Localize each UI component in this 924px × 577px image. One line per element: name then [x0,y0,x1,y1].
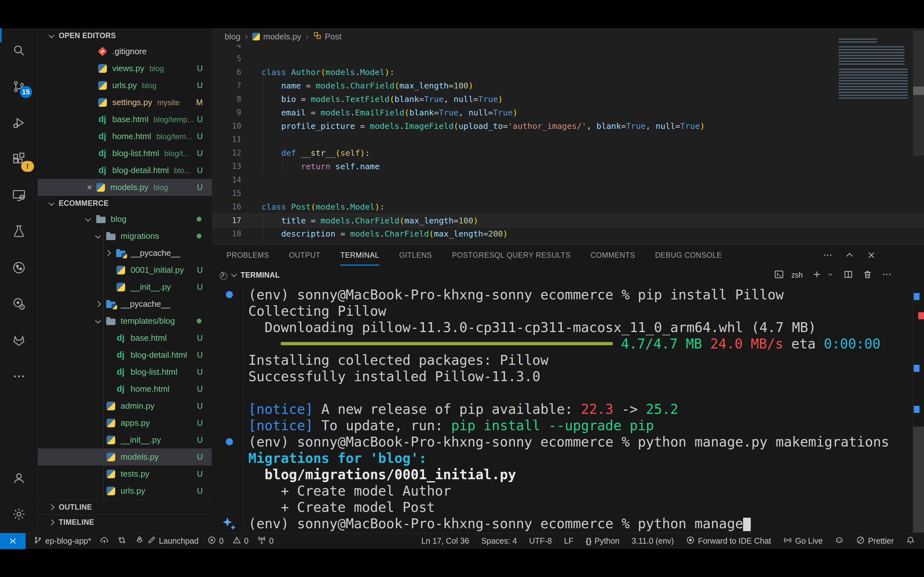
tree-item-apps.py[interactable]: apps.pyU [38,414,212,432]
terminal-more-icon[interactable] [882,269,892,281]
minimap[interactable] [837,31,913,245]
panel-tab-comments[interactable]: COMMENTS [591,246,635,266]
code-line-17[interactable]: 17 title = models.CharField(max_length=1… [212,213,924,227]
status-item-lf[interactable]: LF [564,536,573,546]
tree-item-0001_initial.py[interactable]: 0001_initial.pyU [38,261,212,279]
status-item-0[interactable]: 0 [232,536,249,546]
activity-item-more-icon[interactable] [0,359,38,395]
status-item-forward-to-ide-chat[interactable]: Forward to IDE Chat [686,536,771,546]
activity-item-gitlens-icon[interactable] [0,286,38,322]
status-item-ln-17-col-36[interactable]: Ln 17, Col 36 [421,536,469,546]
status-item-go-live[interactable]: Go Live [783,536,822,546]
tree-item-__pycache__[interactable]: __pycache__ [38,245,212,261]
breadcrumb-Post[interactable]: Post [313,31,341,42]
more-actions-icon[interactable] [822,250,833,261]
status-item-ep-blog-app-[interactable]: ep-blog-app* [33,536,91,546]
open-editor-home.html[interactable]: djhome.htmlblog/tem...U [38,128,212,145]
code-line-16[interactable]: 16class Post(models.Model): [212,200,924,213]
terminal-sparkle-icon[interactable] [221,516,237,532]
status-item-utf-8[interactable]: UTF-8 [529,536,552,546]
panel-tab-terminal[interactable]: TERMINAL [341,246,379,266]
code-line-4[interactable]: 4 [212,45,924,52]
code-line-11[interactable]: 11 [212,133,924,146]
status-item-copilot[interactable] [835,536,844,546]
tree-item-migrations[interactable]: migrations [38,227,212,245]
activity-item-gitlab-icon[interactable] [0,322,38,359]
status-item-compare[interactable] [118,536,126,546]
split-terminal-icon[interactable] [843,269,853,281]
shell-label[interactable]: zsh [791,271,803,279]
tree-item-tests.py[interactable]: tests.pyU [38,466,212,482]
activity-item-accounts-icon[interactable] [0,460,38,496]
code-line-8[interactable]: 8 bio = models.TextField(blank=True, nul… [212,92,924,106]
breadcrumb-models.py[interactable]: models.py [252,32,301,42]
status-item-launchpad[interactable]: Launchpad [135,536,199,546]
panel-tab-problems[interactable]: PROBLEMS [226,246,269,266]
timeline-section[interactable]: TIMELINE [38,514,212,530]
close-panel-icon[interactable] [866,250,877,261]
explorer-header[interactable]: ECOMMERCE [38,196,212,211]
activity-item-settings-icon[interactable] [0,496,38,533]
tree-item-blog[interactable]: blog [38,211,212,227]
code-line-18[interactable]: 18 description = models.CharField(max_le… [212,227,924,240]
code-line-9[interactable]: 9 email = models.EmailField(blank=True, … [212,106,924,119]
breadcrumb-blog[interactable]: blog [225,32,240,42]
code-line-12[interactable]: 12 def __str__(self): [212,146,924,160]
status-item-3-11-0-env-[interactable]: 3.11.0 (env) [632,536,674,546]
code-line-14[interactable]: 14 [212,173,924,187]
outline-section[interactable]: OUTLINE [38,500,212,514]
tree-item-__pycache__[interactable]: __pycache__ [38,295,212,313]
activity-item-source-control-icon[interactable]: 15 [0,69,38,105]
tree-item-__init__.py[interactable]: __init__.pyU [38,279,212,295]
activity-item-testing-icon[interactable] [0,214,38,250]
activity-item-search-icon[interactable] [0,33,38,69]
tree-item-templates/blog[interactable]: templates/blog [38,313,212,330]
open-editors-header[interactable]: OPEN EDITORS [38,28,212,43]
terminal-scrollbar-handle[interactable] [913,427,924,532]
tree-item-home.html[interactable]: djhome.htmlU [38,380,212,398]
open-editor-settings.py[interactable]: settings.pymysiteM [38,94,212,111]
code-line-6[interactable]: 6class Author(models.Model): [212,65,924,79]
open-editor-views.py[interactable]: views.pyblogU [38,60,212,77]
status-item-spaces-4[interactable]: Spaces: 4 [481,536,517,546]
panel-tab-postgresql-query-results[interactable]: POSTGRESQL QUERY RESULTS [452,246,571,266]
activity-item-extensions-icon[interactable]: ! [0,141,38,177]
new-terminal-icon[interactable] [812,269,822,281]
open-editor-blog-detail.html[interactable]: djblog-detail.htmlblo...U [38,162,212,179]
activity-item-git-graph-icon[interactable] [0,250,38,286]
tree-item-blog-list.html[interactable]: djblog-list.htmlU [38,364,212,380]
chevron-down-icon[interactable] [232,272,236,278]
code-line-15[interactable]: 15 [212,187,924,200]
panel-tab-debug-console[interactable]: DEBUG CONSOLE [655,246,722,266]
code-line-10[interactable]: 10 profile_picture = models.ImageField(u… [212,119,924,133]
open-editor-models.py[interactable]: ×models.pyblogU [38,179,212,196]
command-decoration-dot[interactable] [226,438,233,445]
tree-item-urls.py[interactable]: urls.pyU [38,482,212,500]
panel-tab-gitlens[interactable]: GITLENS [399,246,432,266]
open-editor-urls.py[interactable]: urls.pyblogU [38,77,212,94]
open-editor-.gitignore[interactable]: .gitignore [38,43,212,60]
terminal-dropdown-icon[interactable] [827,271,834,279]
tree-item-models.py[interactable]: models.pyU [38,448,212,466]
tree-item-admin.py[interactable]: admin.pyU [38,398,212,414]
code-line-13[interactable]: 13 return self.name [212,160,924,173]
status-item-prettier[interactable]: Prettier [856,536,894,546]
tree-item-base.html[interactable]: djbase.htmlU [38,330,212,347]
activity-item-run-debug-icon[interactable] [0,105,38,141]
open-editor-base.html[interactable]: djbase.htmlblog/temp...U [38,111,212,128]
activity-item-remote-explorer-icon[interactable] [0,177,38,214]
code-editor[interactable]: 456class Author(models.Model):7 name = m… [212,45,924,245]
remote-indicator[interactable] [0,533,26,549]
tree-item-__init__.py[interactable]: __init__.pyU [38,432,212,448]
code-line-5[interactable]: 5 [212,52,924,65]
status-item-0[interactable]: 0 [207,536,224,546]
panel-tab-output[interactable]: OUTPUT [289,246,320,266]
close-icon[interactable]: × [84,182,95,193]
kill-terminal-icon[interactable] [863,269,873,281]
terminal-output[interactable]: (env) sonny@MacBook-Pro-khxng-sonny ecom… [212,284,913,533]
status-item-bell[interactable] [906,536,915,546]
code-line-7[interactable]: 7 name = models.CharField(max_length=100… [212,79,924,92]
status-item-python[interactable]: {}Python [586,536,620,546]
status-item-0[interactable]: 0 [257,536,274,546]
tree-item-blog-detail.html[interactable]: djblog-detail.htmlU [38,347,212,364]
